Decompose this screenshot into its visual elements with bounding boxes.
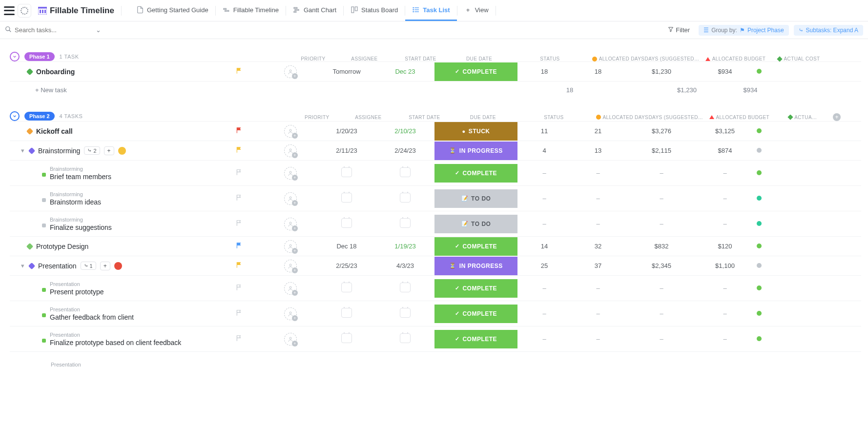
- assignee-cell[interactable]: +: [264, 192, 317, 205]
- task-row[interactable]: Presentation Finalize prototype based on…: [10, 326, 861, 351]
- priority-cell[interactable]: [215, 283, 264, 293]
- allocated-days-cell[interactable]: –: [517, 335, 571, 343]
- start-date-cell[interactable]: Dec 18: [317, 243, 376, 250]
- col-allocated-days[interactable]: ALLOCATED DAYS: [591, 56, 645, 61]
- filter-button[interactable]: Filter: [664, 24, 694, 36]
- task-name-cell[interactable]: Brainstorming Brief team members: [10, 162, 215, 184]
- allocated-budget-cell[interactable]: –: [625, 195, 698, 202]
- assignee-cell[interactable]: +: [264, 240, 317, 253]
- allocated-days-cell[interactable]: 14: [517, 243, 571, 250]
- phase-badge[interactable]: Phase 1: [24, 52, 55, 61]
- task-name-cell[interactable]: ▾ Brainstorming ⤷2+: [10, 146, 215, 155]
- col-allocated-budget[interactable]: ALLOCATED BUDGET: [703, 115, 776, 120]
- col-actual-cost[interactable]: ACTUA…: [776, 115, 829, 120]
- task-row[interactable]: ▾ Presentation ⤷1+ + 2/25/23 4/3/23 ⏳IN …: [10, 256, 861, 275]
- due-date-cell[interactable]: 2/24/23: [376, 147, 434, 154]
- status-cell[interactable]: ⏳IN PROGRESS: [434, 142, 517, 160]
- allocated-days-cell[interactable]: 18: [517, 68, 571, 75]
- status-cell[interactable]: 📝TO DO: [434, 189, 517, 208]
- suggested-days-cell[interactable]: 13: [571, 147, 625, 154]
- col-assignee[interactable]: ASSIGNEE: [337, 56, 391, 61]
- col-status[interactable]: STATUS: [512, 115, 595, 120]
- allocated-days-cell[interactable]: –: [517, 310, 571, 317]
- allocated-budget-cell[interactable]: $1,230: [625, 68, 698, 75]
- status-cell[interactable]: ●STUCK: [434, 122, 517, 141]
- actual-cost-cell[interactable]: $120: [698, 243, 752, 250]
- subtasks-chip[interactable]: ⤷ Subtasks: Expand A: [794, 25, 863, 36]
- allocated-budget-cell[interactable]: $2,345: [625, 262, 698, 269]
- allocated-days-cell[interactable]: –: [517, 169, 571, 177]
- allocated-days-cell[interactable]: –: [517, 195, 571, 202]
- task-row[interactable]: Presentation Gather feedback from client…: [10, 301, 861, 326]
- status-cell[interactable]: ✓COMPLETE: [434, 305, 517, 323]
- suggested-days-cell[interactable]: –: [571, 195, 625, 202]
- due-date-cell[interactable]: [376, 193, 434, 204]
- actual-cost-cell[interactable]: $874: [698, 147, 752, 154]
- assignee-cell[interactable]: +: [264, 125, 317, 138]
- suggested-days-cell[interactable]: –: [571, 310, 625, 317]
- start-date-cell[interactable]: [317, 308, 376, 319]
- due-date-cell[interactable]: [376, 283, 434, 294]
- phase-badge[interactable]: Phase 2: [24, 112, 55, 121]
- actual-cost-cell[interactable]: –: [698, 285, 752, 292]
- col-status[interactable]: STATUS: [508, 56, 591, 61]
- due-date-cell[interactable]: Dec 23: [376, 68, 434, 75]
- actual-cost-cell[interactable]: $1,100: [698, 262, 752, 269]
- task-row[interactable]: ▾ Brainstorming ⤷2+ + 2/11/23 2/24/23 ⏳I…: [10, 141, 861, 160]
- search-box[interactable]: ⌄: [5, 26, 112, 34]
- task-row[interactable]: Presentation Present prototype + ✓COMPLE…: [10, 275, 861, 301]
- suggested-days-cell[interactable]: –: [571, 335, 625, 343]
- view-tab[interactable]: Task List: [405, 0, 456, 21]
- view-tab[interactable]: Status Board: [344, 0, 405, 21]
- suggested-days-cell[interactable]: 21: [571, 127, 625, 135]
- task-row[interactable]: Onboarding + Tomorrow Dec 23 ✓COMPLETE 1…: [10, 61, 861, 81]
- task-name-cell[interactable]: Presentation Finalize prototype based on…: [10, 328, 215, 350]
- allocated-days-cell[interactable]: 4: [517, 147, 571, 154]
- due-date-cell[interactable]: [376, 308, 434, 319]
- start-date-cell[interactable]: [317, 193, 376, 204]
- status-cell[interactable]: ✓COMPLETE: [434, 330, 517, 348]
- col-allocated-budget[interactable]: ALLOCATED BUDGET: [699, 56, 772, 61]
- actual-cost-cell[interactable]: $934: [698, 68, 752, 75]
- due-date-cell[interactable]: [376, 333, 434, 345]
- suggested-days-cell[interactable]: 18: [571, 68, 625, 75]
- start-date-cell[interactable]: [317, 218, 376, 229]
- add-subtask-button[interactable]: +: [100, 262, 110, 270]
- col-actual-cost[interactable]: ACTUAL COST: [772, 56, 826, 61]
- status-cell[interactable]: ✓COMPLETE: [434, 62, 517, 81]
- col-priority[interactable]: PRIORITY: [289, 56, 337, 61]
- task-row[interactable]: Brainstorming Brief team members + ✓COMP…: [10, 160, 861, 185]
- actual-cost-cell[interactable]: –: [698, 310, 752, 317]
- chevron-down-icon[interactable]: ⌄: [96, 26, 101, 34]
- priority-cell[interactable]: [215, 168, 264, 178]
- col-days-suggested[interactable]: DAYS (SUGGESTED…: [645, 56, 699, 61]
- task-name-cell[interactable]: Prototype Design: [10, 243, 215, 250]
- allocated-days-cell[interactable]: 11: [517, 127, 571, 135]
- task-name-cell[interactable]: Onboarding: [10, 68, 215, 76]
- hamburger-menu-icon[interactable]: [4, 6, 15, 15]
- task-name-cell[interactable]: Brainstorming Finalize suggestions: [10, 213, 215, 235]
- task-row[interactable]: Presentation: [10, 351, 861, 377]
- assignee-cell[interactable]: +: [264, 167, 317, 180]
- start-date-cell[interactable]: [317, 283, 376, 294]
- task-name-cell[interactable]: Kickoff call: [10, 127, 215, 135]
- rating-badge[interactable]: [114, 262, 122, 270]
- priority-cell[interactable]: [215, 145, 264, 156]
- actual-cost-cell[interactable]: –: [698, 195, 752, 202]
- allocated-budget-cell[interactable]: –: [625, 220, 698, 227]
- new-task-button[interactable]: + New task 18 $1,230 $934: [10, 81, 861, 99]
- status-cell[interactable]: ✓COMPLETE: [434, 164, 517, 183]
- allocated-budget-cell[interactable]: –: [625, 335, 698, 343]
- due-date-cell[interactable]: [376, 167, 434, 179]
- assignee-cell[interactable]: +: [264, 65, 317, 78]
- col-due-date[interactable]: DUE DATE: [450, 56, 508, 61]
- allocated-budget-cell[interactable]: –: [625, 169, 698, 177]
- allocated-budget-cell[interactable]: $832: [625, 243, 698, 250]
- suggested-days-cell[interactable]: –: [571, 285, 625, 292]
- actual-cost-cell[interactable]: –: [698, 220, 752, 227]
- task-name-cell[interactable]: Brainstorming Brainstorm ideas: [10, 187, 215, 210]
- allocated-budget-cell[interactable]: –: [625, 285, 698, 292]
- status-cell[interactable]: 📝TO DO: [434, 215, 517, 233]
- actual-cost-cell[interactable]: –: [698, 335, 752, 343]
- add-view-button[interactable]: +View: [457, 0, 496, 21]
